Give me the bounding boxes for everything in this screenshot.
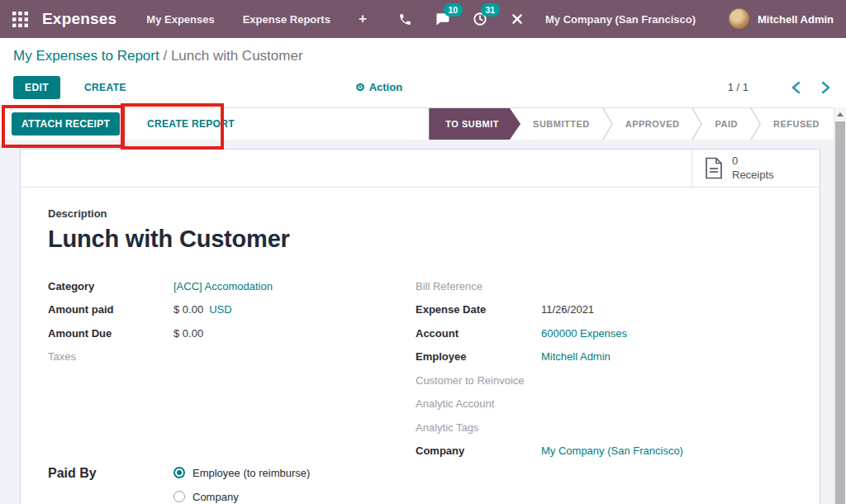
field-paid-by: Paid By Employee (to reimburse) Company bbox=[48, 461, 416, 504]
apps-grid-icon[interactable] bbox=[12, 10, 31, 28]
menu-my-expenses[interactable]: My Expenses bbox=[146, 13, 214, 26]
page-content: 0 Receipts Description Lunch with Custom… bbox=[0, 140, 846, 504]
field-label: Paid By bbox=[48, 466, 173, 481]
field-label: Amount Due bbox=[48, 327, 173, 340]
sheet-body: Description Lunch with Customer Category… bbox=[21, 188, 820, 504]
receipts-stat-text: 0 Receipts bbox=[732, 155, 774, 182]
status-submitted[interactable]: SUBMITTED bbox=[520, 108, 602, 140]
edit-button[interactable]: EDIT bbox=[13, 76, 60, 99]
sheet-header: 0 Receipts bbox=[21, 150, 820, 188]
scrollbar-up-arrow-icon[interactable] bbox=[834, 107, 846, 121]
gear-icon: ⚙ bbox=[355, 82, 365, 93]
field-columns: Category [ACC] Accomodation Amount paid … bbox=[48, 274, 820, 504]
currency-link[interactable]: USD bbox=[209, 303, 231, 316]
systray: 10 31 My Company (San Francisco) Mitchel… bbox=[378, 8, 834, 30]
breadcrumb-separator: / bbox=[159, 48, 171, 64]
create-report-button[interactable]: CREATE REPORT bbox=[142, 117, 240, 131]
field-label: Category bbox=[48, 280, 173, 292]
action-menu[interactable]: ⚙ Action bbox=[355, 81, 402, 93]
plus-icon[interactable]: + bbox=[359, 11, 367, 27]
field-bill-reference: Bill Reference bbox=[416, 274, 820, 298]
field-label: Company bbox=[416, 445, 541, 457]
app-name[interactable]: Expenses bbox=[42, 10, 116, 28]
radio-unselected-icon bbox=[173, 491, 185, 502]
paid-by-radio-group: Employee (to reimburse) Company bbox=[173, 461, 310, 504]
user-avatar[interactable] bbox=[729, 8, 750, 30]
status-refused[interactable]: REFUSED bbox=[761, 108, 832, 140]
pager-prev-icon[interactable] bbox=[791, 82, 803, 93]
radio-employee-to-reimburse[interactable]: Employee (to reimburse) bbox=[173, 461, 310, 484]
activity-clock-icon[interactable]: 31 bbox=[470, 9, 490, 29]
phone-icon[interactable] bbox=[396, 9, 416, 29]
pager: 1 / 1 bbox=[728, 81, 833, 93]
company-switcher[interactable]: My Company (San Francisco) bbox=[545, 13, 696, 26]
vertical-scrollbar[interactable] bbox=[834, 107, 846, 504]
status-separator-icon bbox=[750, 108, 761, 140]
document-icon bbox=[705, 157, 723, 179]
breadcrumb-parent-link[interactable]: My Expenses to Report bbox=[13, 48, 159, 64]
form-button-bar: ATTACH RECEIPT CREATE REPORT TO SUBMIT S… bbox=[0, 107, 846, 140]
field-expense-date: Expense Date 11/26/2021 bbox=[416, 298, 820, 322]
field-taxes: Taxes bbox=[48, 345, 416, 369]
field-label: Customer to Reinvoice bbox=[416, 374, 541, 387]
status-separator-icon bbox=[692, 108, 702, 140]
status-approved[interactable]: APPROVED bbox=[613, 108, 692, 140]
form-sheet: 0 Receipts Description Lunch with Custom… bbox=[20, 149, 820, 504]
left-column: Category [ACC] Accomodation Amount paid … bbox=[48, 274, 416, 504]
field-analytic-account: Analytic Account bbox=[416, 392, 820, 416]
breadcrumb-current: Lunch with Customer bbox=[171, 48, 303, 64]
field-amount-due: Amount Due $ 0.00 bbox=[48, 321, 416, 345]
breadcrumb: My Expenses to Report / Lunch with Custo… bbox=[13, 47, 833, 66]
radio-label: Employee (to reimburse) bbox=[192, 467, 310, 479]
field-company: Company My Company (San Francisco) bbox=[416, 440, 820, 464]
field-label: Bill Reference bbox=[416, 280, 541, 292]
field-label: Analytic Tags bbox=[416, 421, 541, 434]
control-panel: My Expenses to Report / Lunch with Custo… bbox=[0, 38, 846, 107]
company-link[interactable]: My Company (San Francisco) bbox=[541, 445, 683, 457]
receipts-stat-button[interactable]: 0 Receipts bbox=[692, 150, 820, 187]
account-link[interactable]: 600000 Expenses bbox=[541, 327, 627, 340]
field-category: Category [ACC] Accomodation bbox=[48, 274, 416, 298]
pager-next-icon[interactable] bbox=[821, 82, 833, 93]
menu-expense-reports[interactable]: Expense Reports bbox=[243, 13, 330, 26]
user-menu[interactable]: Mitchell Admin bbox=[758, 13, 834, 26]
right-column: Bill Reference Expense Date 11/26/2021 A… bbox=[416, 274, 820, 504]
action-menu-label: Action bbox=[369, 81, 402, 93]
expense-title: Lunch with Customer bbox=[48, 226, 820, 253]
expense-date-value: 11/26/2021 bbox=[541, 303, 594, 316]
category-link[interactable]: [ACC] Accomodation bbox=[173, 280, 273, 292]
control-buttons-row: EDIT CREATE ⚙ Action 1 / 1 bbox=[13, 76, 833, 99]
pager-count: 1 / 1 bbox=[728, 81, 749, 93]
field-label: Analytic Account bbox=[416, 397, 541, 410]
chat-icon[interactable]: 10 bbox=[433, 9, 453, 29]
field-label: Taxes bbox=[48, 350, 173, 363]
status-to-submit[interactable]: TO SUBMIT bbox=[429, 108, 520, 140]
amount-due-value: $ 0.00 bbox=[173, 327, 203, 340]
radio-company[interactable]: Company bbox=[173, 485, 310, 504]
field-label: Amount paid bbox=[48, 303, 173, 316]
field-employee: Employee Mitchell Admin bbox=[416, 345, 820, 369]
field-amount-paid: Amount paid $ 0.00 USD bbox=[48, 298, 416, 322]
scrollbar-thumb[interactable] bbox=[835, 121, 845, 504]
status-paid[interactable]: PAID bbox=[702, 108, 749, 140]
radio-selected-icon bbox=[173, 467, 185, 478]
create-button[interactable]: CREATE bbox=[79, 81, 131, 94]
field-label: Employee bbox=[416, 350, 541, 363]
attach-receipt-button[interactable]: ATTACH RECEIPT bbox=[12, 112, 120, 136]
top-navbar: Expenses My Expenses Expense Reports + 1… bbox=[0, 0, 846, 38]
description-label: Description bbox=[48, 207, 820, 220]
tools-icon[interactable] bbox=[507, 9, 527, 29]
chat-badge: 10 bbox=[444, 3, 463, 17]
field-account: Account 600000 Expenses bbox=[416, 321, 820, 345]
employee-link[interactable]: Mitchell Admin bbox=[541, 350, 611, 363]
statusbar: TO SUBMIT SUBMITTED APPROVED PAID REFUSE… bbox=[429, 108, 832, 140]
activity-badge: 31 bbox=[481, 3, 500, 17]
field-customer-to-reinvoice: Customer to Reinvoice bbox=[416, 368, 820, 392]
amount-paid-value: $ 0.00 bbox=[173, 303, 203, 316]
radio-label: Company bbox=[192, 491, 239, 503]
field-label: Expense Date bbox=[416, 303, 541, 316]
field-analytic-tags: Analytic Tags bbox=[416, 416, 820, 440]
status-separator-icon bbox=[602, 108, 613, 140]
receipts-label: Receipts bbox=[732, 169, 774, 181]
receipts-count: 0 bbox=[732, 155, 738, 167]
